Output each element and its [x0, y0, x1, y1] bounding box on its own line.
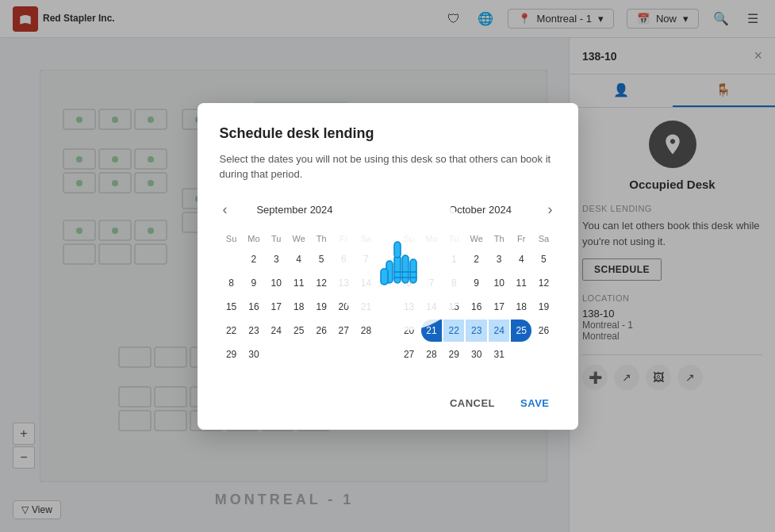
day-header-sa: Sa — [355, 231, 376, 247]
calendar-day[interactable]: 28 — [421, 343, 443, 366]
calendar-day[interactable]: 26 — [533, 320, 554, 342]
calendar-day[interactable]: 16 — [244, 296, 265, 318]
calendar-day[interactable]: 23 — [466, 320, 487, 342]
oct-day-header-mo: Mo — [421, 231, 443, 247]
calendar-day[interactable]: 21 — [355, 296, 376, 318]
modal-description: Select the dates you will not be using t… — [220, 151, 556, 182]
cancel-button[interactable]: CANCEL — [443, 392, 501, 414]
calendar-day[interactable]: 22 — [221, 320, 242, 342]
calendar-day[interactable]: 10 — [266, 272, 286, 294]
modal-overlay: Schedule desk lending Select the dates y… — [0, 0, 775, 532]
calendar-day[interactable]: 13 — [333, 272, 354, 294]
calendar-day[interactable]: 2 — [244, 248, 265, 270]
calendar-day[interactable]: 4 — [288, 248, 309, 270]
calendar-day[interactable]: 17 — [266, 296, 286, 318]
calendar-day[interactable]: 12 — [311, 272, 332, 294]
calendar-day[interactable]: 21 — [421, 320, 443, 342]
calendar-day — [421, 248, 443, 270]
september-calendar: ‹ September 2024 Su Mo Tu We Th Fr Sa — [220, 198, 378, 367]
calendar-day[interactable]: 25 — [288, 320, 309, 342]
day-header-tu: Tu — [266, 231, 286, 247]
oct-day-header-su: Su — [399, 231, 420, 247]
calendar-day[interactable]: 5 — [311, 248, 332, 270]
calendar-day[interactable]: 11 — [511, 272, 531, 294]
calendar-day[interactable]: 18 — [288, 296, 309, 318]
calendar-day[interactable]: 14 — [421, 296, 443, 318]
september-header: ‹ September 2024 — [220, 198, 378, 221]
calendar-day[interactable]: 27 — [333, 320, 354, 342]
calendar-day[interactable]: 31 — [489, 343, 509, 366]
calendar-day — [511, 343, 531, 366]
calendar-day[interactable]: 10 — [489, 272, 509, 294]
calendar-day — [355, 343, 376, 366]
calendar-day[interactable]: 3 — [266, 248, 286, 270]
october-grid: Su Mo Tu We Th Fr Sa 1234567891011121314… — [397, 229, 556, 367]
calendar-day[interactable]: 13 — [399, 296, 420, 318]
calendar-day[interactable]: 11 — [288, 272, 309, 294]
calendar-day[interactable]: 24 — [489, 320, 509, 342]
calendar-day[interactable]: 23 — [244, 320, 265, 342]
calendar-day[interactable]: 14 — [355, 272, 376, 294]
prev-month-button[interactable]: ‹ — [220, 198, 231, 221]
save-button[interactable]: SAVE — [514, 392, 555, 414]
day-header-th: Th — [311, 231, 332, 247]
calendar-day — [266, 343, 286, 366]
calendar-day[interactable]: 12 — [533, 272, 554, 294]
september-grid: Su Mo Tu We Th Fr Sa 2345678910111213141… — [220, 229, 378, 367]
september-month-label: September 2024 — [256, 204, 332, 216]
schedule-modal: Schedule desk lending Select the dates y… — [198, 103, 578, 430]
calendar-day[interactable]: 18 — [511, 296, 531, 318]
calendar-day[interactable]: 3 — [489, 248, 509, 270]
calendar-day[interactable]: 26 — [311, 320, 332, 342]
calendar-day[interactable]: 22 — [443, 320, 464, 342]
calendar-day[interactable]: 9 — [466, 272, 487, 294]
modal-title: Schedule desk lending — [220, 125, 556, 142]
oct-day-header-sa: Sa — [533, 231, 554, 247]
calendar-day — [333, 343, 354, 366]
calendar-day[interactable]: 20 — [399, 320, 420, 342]
calendar-day[interactable]: 20 — [333, 296, 354, 318]
calendar-day[interactable]: 24 — [266, 320, 286, 342]
calendar-day[interactable]: 15 — [443, 296, 464, 318]
calendar-day[interactable]: 9 — [244, 272, 265, 294]
day-header-fr: Fr — [333, 231, 354, 247]
day-header-su: Su — [221, 231, 242, 247]
calendar-day — [221, 248, 242, 270]
calendar-day — [288, 343, 309, 366]
calendar-day[interactable]: 5 — [533, 248, 554, 270]
calendar-day[interactable]: 19 — [533, 296, 554, 318]
calendar-day[interactable]: 8 — [221, 272, 242, 294]
calendar-day[interactable]: 25 — [511, 320, 531, 342]
calendar-day[interactable]: 17 — [489, 296, 509, 318]
calendar-day[interactable]: 30 — [244, 343, 265, 366]
calendar-day[interactable]: 6 — [333, 248, 354, 270]
october-header: October 2024 › — [397, 198, 556, 221]
calendar-day[interactable]: 8 — [443, 272, 464, 294]
calendar-day[interactable]: 29 — [221, 343, 242, 366]
oct-day-header-tu: Tu — [443, 231, 464, 247]
day-header-mo: Mo — [244, 231, 265, 247]
modal-footer: CANCEL SAVE — [220, 383, 556, 414]
calendar-day[interactable]: 28 — [355, 320, 376, 342]
day-header-we: We — [288, 231, 309, 247]
next-month-button[interactable]: › — [545, 198, 556, 221]
calendar-day[interactable]: 1 — [443, 248, 464, 270]
calendar-day[interactable]: 15 — [221, 296, 242, 318]
calendar-day[interactable]: 7 — [355, 248, 376, 270]
oct-day-header-th: Th — [489, 231, 509, 247]
calendar-day[interactable]: 2 — [466, 248, 487, 270]
calendar-day[interactable]: 30 — [466, 343, 487, 366]
october-calendar: October 2024 › Su Mo Tu We Th Fr Sa — [397, 198, 556, 367]
oct-day-header-fr: Fr — [511, 231, 531, 247]
october-month-label: October 2024 — [449, 204, 512, 216]
calendar-day[interactable]: 19 — [311, 296, 332, 318]
calendar-day[interactable]: 29 — [443, 343, 464, 366]
oct-day-header-we: We — [466, 231, 487, 247]
calendar-day[interactable]: 16 — [466, 296, 487, 318]
calendar-container: ‹ September 2024 Su Mo Tu We Th Fr Sa — [220, 198, 556, 367]
calendar-day[interactable]: 7 — [421, 272, 443, 294]
calendar-day[interactable]: 27 — [399, 343, 420, 366]
calendar-day[interactable]: 4 — [511, 248, 531, 270]
calendar-day[interactable]: 6 — [399, 272, 420, 294]
calendar-day — [311, 343, 332, 366]
